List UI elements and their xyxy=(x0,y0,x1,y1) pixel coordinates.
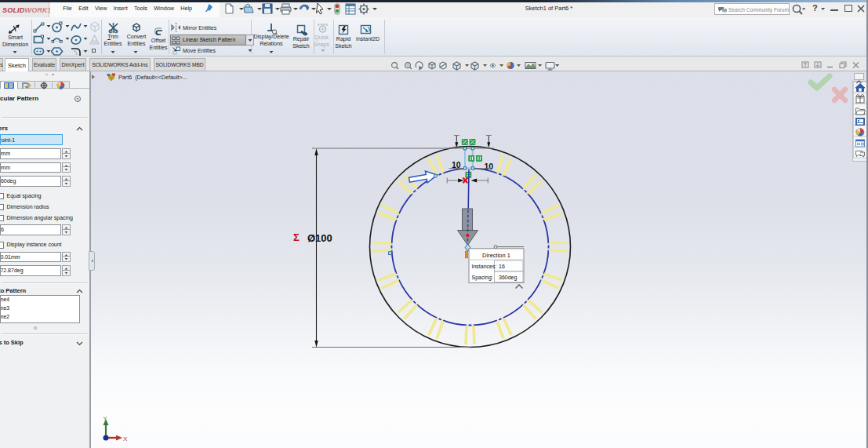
svg-text:Y: Y xyxy=(104,415,107,422)
svg-text:X: X xyxy=(123,435,128,443)
